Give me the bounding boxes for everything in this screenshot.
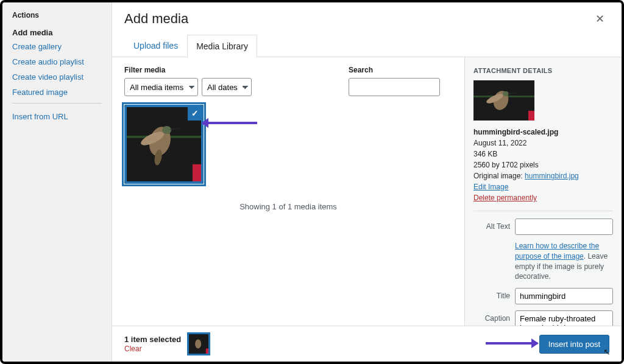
sidebar-item-create-audio-playlist[interactable]: Create audio playlist <box>12 57 102 66</box>
original-image-label: Original image: <box>473 172 525 180</box>
hummingbird-icon <box>473 80 534 121</box>
tab-media-library[interactable]: Media Library <box>187 35 257 57</box>
sidebar-item-create-video-playlist[interactable]: Create video playlist <box>12 72 102 82</box>
actions-heading: Actions <box>12 11 102 19</box>
sidebar-divider <box>12 103 102 103</box>
selected-thumbnail[interactable] <box>187 332 210 355</box>
detail-date: August 11, 2022 <box>473 138 613 149</box>
svg-point-12 <box>503 91 509 96</box>
svg-rect-15 <box>206 349 208 354</box>
modal-title: Add media <box>124 11 188 27</box>
svg-rect-2 <box>193 164 201 181</box>
caption-label: Caption <box>473 310 510 323</box>
selected-count: 1 item selected <box>124 335 181 344</box>
sidebar-add-media-label: Add media <box>12 28 102 37</box>
attachment-details-heading: ATTACHMENT DETAILS <box>473 67 613 74</box>
close-button[interactable]: ✕ <box>590 10 609 28</box>
alt-text-input[interactable] <box>515 219 613 235</box>
search-input[interactable] <box>349 78 440 96</box>
svg-rect-9 <box>528 111 534 121</box>
svg-point-14 <box>195 339 201 348</box>
clear-selection-link[interactable]: Clear <box>124 345 142 353</box>
sidebar-item-insert-from-url[interactable]: Insert from URL <box>12 112 102 121</box>
media-thumbnail[interactable] <box>124 105 204 184</box>
annotation-arrow <box>486 342 537 345</box>
tabs: Upload files Media Library <box>112 34 622 57</box>
title-label: Title <box>473 288 510 300</box>
edit-image-link[interactable]: Edit Image <box>473 183 508 191</box>
attachment-details-panel: ATTACHMENT DETAILS hummingbird-scaled.jp… <box>464 57 622 326</box>
search-label: Search <box>349 66 440 74</box>
caption-textarea[interactable]: Female ruby-throated hummingbird. <box>515 310 613 326</box>
detail-thumbnail <box>473 80 534 121</box>
detail-size: 346 KB <box>473 149 613 159</box>
filter-type-select[interactable]: All media items <box>124 78 198 96</box>
insert-into-post-button[interactable]: Insert into post <box>539 335 609 354</box>
footer-toolbar: 1 item selected Clear Insert into post <box>112 326 622 362</box>
filter-media-label: Filter media <box>124 66 252 74</box>
hummingbird-icon <box>189 334 208 354</box>
svg-point-5 <box>162 126 171 134</box>
details-divider <box>473 211 613 211</box>
actions-sidebar: Actions Add media Create gallery Create … <box>2 2 112 362</box>
alt-text-label: Alt Text <box>473 219 510 231</box>
tab-upload-files[interactable]: Upload files <box>124 34 187 57</box>
title-input[interactable] <box>515 288 613 304</box>
sidebar-item-create-gallery[interactable]: Create gallery <box>12 42 102 51</box>
detail-filename: hummingbird-scaled.jpg <box>473 128 558 136</box>
media-count-status: Showing 1 of 1 media items <box>124 202 452 211</box>
annotation-arrow <box>202 122 257 124</box>
delete-permanently-link[interactable]: Delete permanently <box>473 194 537 202</box>
original-image-link[interactable]: hummingbird.jpg <box>525 172 579 180</box>
sidebar-item-featured-image[interactable]: Featured image <box>12 88 102 97</box>
detail-dimensions: 2560 by 1702 pixels <box>473 159 613 170</box>
media-browser: Filter media All media items All dates S… <box>112 57 464 326</box>
alt-help-text: Learn how to describe the purpose of the… <box>515 241 613 282</box>
filter-date-select[interactable]: All dates <box>202 78 252 96</box>
